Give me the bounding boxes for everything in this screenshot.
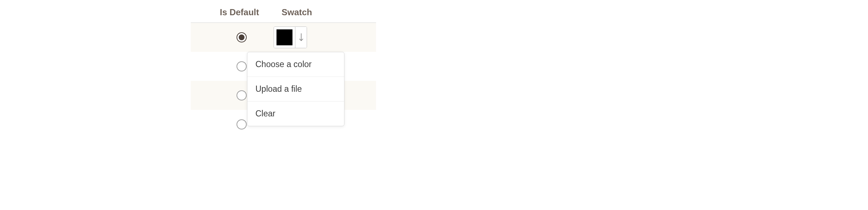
swatch-dropdown-toggle[interactable] bbox=[295, 27, 307, 48]
header-swatch: Swatch bbox=[282, 7, 312, 17]
is-default-radio[interactable] bbox=[237, 90, 247, 100]
is-default-radio[interactable] bbox=[237, 119, 247, 129]
is-default-radio[interactable] bbox=[237, 32, 247, 42]
header-is-default: Is Default bbox=[220, 7, 259, 17]
swatch-preview[interactable] bbox=[274, 27, 295, 48]
dropdown-clear[interactable]: Clear bbox=[247, 102, 344, 126]
table-row bbox=[191, 23, 376, 52]
dropdown-upload-file[interactable]: Upload a file bbox=[247, 77, 344, 102]
is-default-radio[interactable] bbox=[237, 61, 247, 71]
swatch-control bbox=[274, 26, 307, 48]
swatch-color-box bbox=[276, 29, 292, 45]
arrow-down-icon bbox=[299, 33, 304, 42]
table-header: Is Default Swatch bbox=[191, 0, 376, 23]
swatch-dropdown-menu: Choose a color Upload a file Clear bbox=[247, 52, 344, 126]
dropdown-choose-color[interactable]: Choose a color bbox=[247, 52, 344, 77]
